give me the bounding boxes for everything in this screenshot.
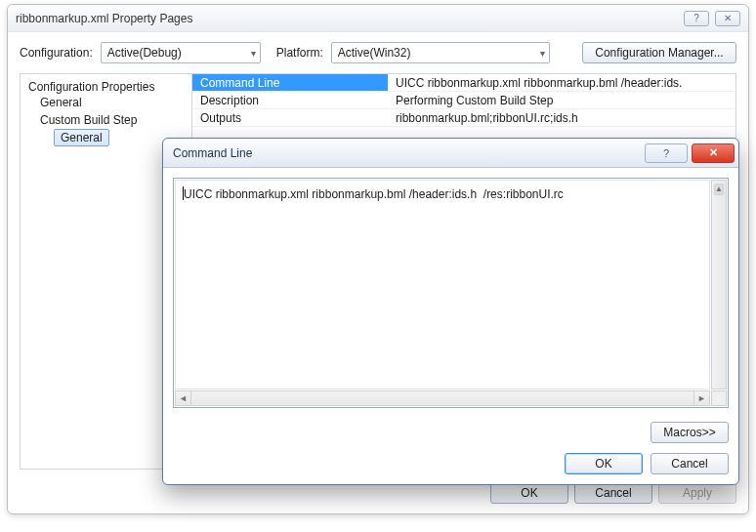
grid-key: Command Line: [192, 74, 388, 91]
configuration-manager-label: Configuration Manager...: [595, 46, 723, 60]
grid-value[interactable]: Performing Custom Build Step: [388, 92, 735, 108]
command-line-text: UICC ribbonmarkup.xml ribbonmarkup.bml /…: [184, 187, 564, 201]
pp-apply-button[interactable]: Apply: [658, 482, 736, 504]
tree-node-custom-build-step[interactable]: Custom Build Step: [28, 111, 184, 129]
property-pages-titlebar[interactable]: ribbonmarkup.xml Property Pages ? ✕: [8, 5, 748, 32]
tree-root[interactable]: Configuration Properties: [28, 80, 184, 94]
platform-value: Active(Win32): [338, 46, 534, 60]
platform-combo[interactable]: Active(Win32) ▾: [331, 42, 550, 63]
configuration-value: Active(Debug): [107, 46, 245, 60]
configuration-manager-button[interactable]: Configuration Manager...: [582, 42, 736, 63]
cl-ok-button[interactable]: OK: [565, 453, 643, 474]
cl-cancel-button[interactable]: Cancel: [651, 453, 729, 474]
macros-button[interactable]: Macros>>: [651, 422, 729, 443]
close-icon[interactable]: ✕: [692, 143, 735, 163]
command-line-title: Command Line: [173, 146, 645, 160]
platform-label: Platform:: [276, 46, 323, 60]
pp-ok-label: OK: [521, 486, 537, 500]
chevron-down-icon: ▾: [245, 48, 256, 59]
cl-ok-label: OK: [595, 457, 611, 471]
chevron-down-icon: ▾: [534, 48, 545, 59]
scrollbar-right-arrow-icon[interactable]: ►: [693, 391, 709, 405]
property-pages-title: ribbonmarkup.xml Property Pages: [16, 5, 678, 32]
pp-cancel-label: Cancel: [595, 486, 631, 500]
grid-key: Outputs: [192, 109, 388, 126]
grid-value[interactable]: UICC ribbonmarkup.xml ribbonmarkup.bml /…: [388, 74, 735, 91]
scrollbar-left-arrow-icon[interactable]: ◄: [176, 391, 191, 405]
cl-cancel-label: Cancel: [671, 457, 707, 471]
pp-cancel-button[interactable]: Cancel: [574, 482, 652, 504]
property-pages-footer: OK Cancel Apply: [490, 482, 736, 504]
grid-key: Description: [192, 92, 388, 108]
pp-ok-button[interactable]: OK: [490, 482, 568, 504]
tree-node-general[interactable]: General: [28, 94, 184, 111]
command-line-textarea[interactable]: UICC ribbonmarkup.xml ribbonmarkup.bml /…: [175, 180, 710, 389]
grid-row-command-line[interactable]: Command Line UICC ribbonmarkup.xml ribbo…: [192, 74, 735, 92]
horizontal-scrollbar[interactable]: ◄ ►: [175, 390, 710, 406]
macros-label: Macros>>: [663, 426, 715, 439]
command-line-titlebar[interactable]: Command Line ? ✕: [163, 139, 738, 168]
scrollbar-corner: [711, 390, 727, 406]
help-icon[interactable]: ?: [645, 143, 688, 163]
grid-row-outputs[interactable]: Outputs ribbonmarkup.bml;ribbonUI.rc;ids…: [192, 109, 735, 127]
scrollbar-up-arrow-icon[interactable]: ▲: [714, 184, 724, 195]
help-icon[interactable]: ?: [684, 11, 709, 26]
grid-row-description[interactable]: Description Performing Custom Build Step: [192, 92, 735, 109]
grid-value[interactable]: ribbonmarkup.bml;ribbonUI.rc;ids.h: [388, 109, 735, 126]
command-line-dialog: Command Line ? ✕ UICC ribbonmarkup.xml r…: [162, 138, 739, 485]
tree-node-cbs-general[interactable]: General: [54, 129, 109, 146]
pp-apply-label: Apply: [683, 486, 712, 500]
vertical-scrollbar[interactable]: ▲: [711, 180, 727, 389]
configuration-label: Configuration:: [20, 46, 93, 60]
configuration-combo[interactable]: Active(Debug) ▾: [101, 42, 261, 63]
close-icon[interactable]: ✕: [715, 11, 740, 26]
command-line-editor-frame: UICC ribbonmarkup.xml ribbonmarkup.bml /…: [173, 178, 729, 408]
